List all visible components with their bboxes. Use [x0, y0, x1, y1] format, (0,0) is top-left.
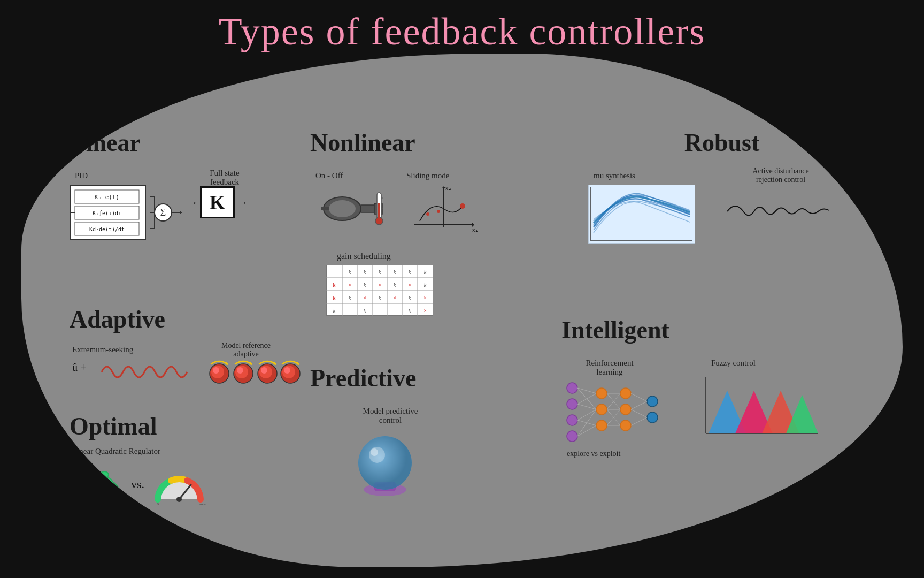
- svg-point-87: [284, 367, 290, 374]
- svg-point-110: [567, 431, 578, 442]
- svg-text:×: ×: [378, 282, 381, 288]
- page-title: Types of feedback controllers: [0, 10, 924, 54]
- optimal-section: Optimal Linear Quadratic Regulator $ vs.: [70, 412, 273, 440]
- explore-exploit-label: explore vs exploit: [567, 450, 620, 458]
- svg-marker-16: [180, 210, 182, 215]
- optimal-title: Optimal: [70, 412, 273, 440]
- svg-text:k: k: [394, 269, 396, 275]
- pid-diagram: Kₚ e(t) Kᵢ∫e(τ)dτ Kd·de(t)/dt Σ: [70, 185, 182, 246]
- svg-point-113: [596, 420, 607, 431]
- extremum-formula: û +: [72, 361, 86, 374]
- optimal-visual: $ vs. 0 max: [86, 463, 206, 506]
- svg-line-125: [578, 425, 596, 436]
- svg-text:$: $: [102, 488, 107, 498]
- full-state-label: Full statefeedback: [192, 169, 257, 187]
- on-off-visual: [315, 185, 396, 235]
- svg-text:k: k: [364, 269, 366, 275]
- svg-point-109: [567, 415, 578, 425]
- svg-rect-25: [378, 203, 380, 221]
- content-blob: Linear PID Full statefeedback Kₚ e(t) Kᵢ…: [21, 54, 903, 567]
- svg-text:k: k: [394, 282, 396, 288]
- active-disturbance-label: Active disturbancerejection control: [727, 167, 834, 184]
- linear-title: Linear: [70, 128, 299, 157]
- svg-text:×: ×: [393, 295, 396, 301]
- svg-point-78: [213, 367, 219, 374]
- svg-text:k: k: [424, 269, 427, 275]
- svg-text:k: k: [349, 295, 351, 301]
- svg-text:max: max: [199, 502, 206, 505]
- svg-line-134: [631, 393, 647, 401]
- svg-point-107: [567, 383, 578, 393]
- lqr-label: Linear Quadratic Regulator: [72, 447, 160, 456]
- svg-text:k: k: [379, 269, 381, 275]
- svg-text:k: k: [349, 269, 351, 275]
- svg-point-115: [620, 404, 631, 415]
- adaptive-title: Adaptive: [70, 305, 310, 333]
- svg-text:x₂: x₂: [445, 185, 451, 191]
- svg-text:k: k: [333, 295, 336, 301]
- svg-text:Kd·de(t)/dt: Kd·de(t)/dt: [89, 226, 125, 232]
- gain-scheduling-label: gain scheduling: [337, 252, 391, 261]
- svg-text:Kᵢ∫e(τ)dτ: Kᵢ∫e(τ)dτ: [93, 210, 121, 216]
- svg-point-108: [567, 399, 578, 409]
- nonlinear-section: Nonlinear On - Off Sliding mode: [310, 128, 535, 157]
- svg-point-38: [426, 212, 429, 216]
- svg-text:×: ×: [424, 295, 427, 301]
- svg-point-114: [620, 388, 631, 399]
- svg-point-84: [261, 367, 267, 374]
- svg-point-112: [596, 404, 607, 415]
- model-reference-label: Model referenceadaptive: [206, 341, 286, 359]
- svg-point-37: [437, 210, 440, 213]
- svg-point-81: [237, 367, 243, 374]
- svg-point-36: [460, 203, 465, 209]
- intelligent-title: Intelligent: [561, 316, 861, 344]
- adaptive-section: Adaptive Extremum-seeking Model referenc…: [70, 305, 310, 333]
- mpc-label: Model predictivecontrol: [321, 407, 460, 425]
- fuzzy-label: Fuzzy control: [711, 359, 756, 368]
- svg-text:k: k: [424, 282, 427, 288]
- nn-visual: [561, 375, 663, 446]
- sliding-mode-visual: x₁ x₂: [409, 185, 479, 235]
- extremum-wave: [99, 359, 190, 387]
- svg-line-137: [631, 417, 647, 425]
- fuzzy-visual: [703, 375, 821, 441]
- svg-point-19: [329, 200, 356, 217]
- extremum-seeking-label: Extremum-seeking: [72, 345, 133, 354]
- svg-text:0: 0: [157, 502, 159, 505]
- svg-point-116: [620, 420, 631, 431]
- svg-text:k: k: [364, 308, 366, 314]
- predictive-title: Predictive: [310, 364, 471, 392]
- svg-text:k: k: [409, 269, 411, 275]
- nonlinear-title: Nonlinear: [310, 128, 535, 157]
- svg-line-126: [578, 409, 596, 436]
- svg-text:Σ: Σ: [160, 207, 166, 218]
- rl-label: Reinforcementlearning: [561, 359, 658, 377]
- model-reference-visual: [206, 359, 302, 390]
- svg-text:x₁: x₁: [472, 226, 478, 233]
- svg-text:×: ×: [348, 282, 351, 288]
- svg-text:k: k: [364, 282, 366, 288]
- svg-text:×: ×: [424, 308, 427, 314]
- predictive-section: Predictive Model predictivecontrol: [310, 364, 471, 392]
- svg-text:k: k: [333, 282, 336, 288]
- mu-synthesis-label: mu synthesis: [594, 171, 635, 180]
- pid-label: PID: [75, 171, 88, 180]
- sliding-mode-label: Sliding mode: [406, 171, 449, 180]
- svg-text:k: k: [379, 295, 381, 301]
- svg-text:k: k: [409, 308, 411, 314]
- svg-rect-99: [96, 478, 112, 489]
- svg-point-117: [647, 396, 658, 407]
- svg-point-96: [369, 447, 385, 463]
- svg-line-121: [578, 393, 596, 404]
- svg-text:k: k: [333, 308, 336, 314]
- on-off-label: On - Off: [315, 171, 343, 180]
- svg-text:k: k: [409, 295, 411, 301]
- svg-rect-20: [361, 205, 374, 212]
- linear-section: Linear PID Full statefeedback Kₚ e(t) Kᵢ…: [70, 128, 299, 157]
- svg-line-119: [578, 388, 596, 393]
- svg-point-97: [371, 448, 378, 456]
- mpc-visual: [342, 428, 428, 500]
- svg-line-136: [631, 409, 647, 417]
- svg-point-111: [596, 388, 607, 399]
- svg-text:Kₚ e(t): Kₚ e(t): [95, 194, 119, 201]
